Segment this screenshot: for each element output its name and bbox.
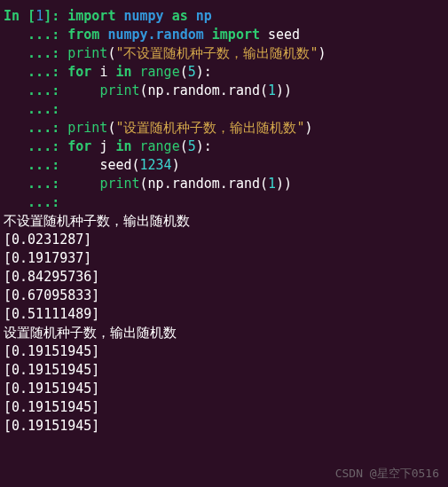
- code-line-9: ...: print(np.random.rand(1)): [4, 175, 444, 193]
- output-row: [0.19151945]: [4, 417, 444, 436]
- module-np: np: [196, 8, 212, 24]
- kw-for: for: [67, 138, 91, 154]
- watermark: CSDN @星空下0516: [335, 466, 439, 482]
- fn-range: range: [140, 138, 180, 154]
- code-line-8: ...: seed(1234): [4, 156, 444, 175]
- fn-print: print: [67, 45, 107, 61]
- num-1234: 1234: [140, 157, 172, 173]
- module-numpy: numpy: [123, 8, 163, 24]
- prompt-dots: ...:: [4, 27, 67, 43]
- fn-print: print: [67, 120, 107, 136]
- attr-rand: rand: [228, 176, 260, 192]
- kw-in: in: [115, 138, 131, 154]
- output-row: [0.67095833]: [4, 287, 444, 305]
- fn-range: range: [140, 64, 180, 80]
- var-j: j: [99, 138, 107, 154]
- attr-random: random: [172, 82, 220, 98]
- code-line-4: ...: for i in range(5):: [4, 63, 444, 82]
- code-line-3: ...: print("不设置随机种子数，输出随机数"): [4, 44, 444, 63]
- kw-in: in: [115, 64, 131, 80]
- code-line-7: ...: for j in range(5):: [4, 137, 444, 156]
- output-row: [0.1917937]: [4, 249, 444, 268]
- kw-as: as: [172, 8, 188, 24]
- num-5: 5: [188, 138, 196, 154]
- prompt-dots: ...:: [4, 101, 67, 117]
- num-1: 1: [268, 176, 276, 192]
- code-line-1: In [1]: import numpy as np: [4, 7, 444, 26]
- var-i: i: [99, 64, 107, 80]
- output-header-2: 设置随机种子数，输出随机数: [4, 324, 444, 342]
- kw-for: for: [67, 64, 91, 80]
- code-line-end: ...:: [4, 193, 444, 212]
- fn-print: print: [99, 82, 139, 98]
- code-line-6: ...: print("设置随机种子数，输出随机数"): [4, 119, 444, 137]
- output-row: [0.19151945]: [4, 398, 444, 417]
- prompt-in: In [: [4, 8, 35, 24]
- prompt-dots: ...:: [4, 120, 67, 136]
- kw-import: import: [212, 27, 260, 43]
- code-line-2: ...: from numpy.random import seed: [4, 26, 444, 44]
- fn-print: print: [99, 176, 139, 192]
- module-numpyrandom: numpy.random: [107, 27, 203, 43]
- output-row: [0.51111489]: [4, 305, 444, 324]
- prompt-dots: ...:: [4, 138, 67, 154]
- code-line-5: ...: print(np.random.rand(1)): [4, 82, 444, 100]
- string-literal: "设置随机种子数，输出随机数": [115, 120, 304, 136]
- kw-import: import: [67, 8, 115, 24]
- prompt-dots: ...:: [4, 194, 67, 210]
- output-header-1: 不设置随机种子数，输出随机数: [4, 212, 444, 231]
- output-row: [0.19151945]: [4, 380, 444, 398]
- output-row: [0.0231287]: [4, 231, 444, 249]
- prompt-close: ]:: [43, 8, 67, 24]
- num-5: 5: [188, 64, 196, 80]
- prompt-dots: ...:: [4, 176, 67, 192]
- num-1: 1: [268, 82, 276, 98]
- output-row: [0.19151945]: [4, 342, 444, 361]
- code-line-blank: ...:: [4, 100, 444, 119]
- output-row: [0.19151945]: [4, 361, 444, 380]
- attr-rand: rand: [228, 82, 260, 98]
- prompt-dots: ...:: [4, 82, 67, 98]
- fn-seed: seed: [99, 157, 131, 173]
- prompt-dots: ...:: [4, 64, 67, 80]
- attr-random: random: [172, 176, 220, 192]
- obj-np: np: [148, 176, 164, 192]
- string-literal: "不设置随机种子数，输出随机数": [115, 45, 318, 61]
- output-row: [0.84295736]: [4, 268, 444, 287]
- prompt-dots: ...:: [4, 45, 67, 61]
- obj-np: np: [148, 82, 164, 98]
- prompt-dots: ...:: [4, 157, 67, 173]
- prompt-num: 1: [35, 8, 43, 24]
- kw-from: from: [67, 27, 99, 43]
- name-seed: seed: [268, 27, 300, 43]
